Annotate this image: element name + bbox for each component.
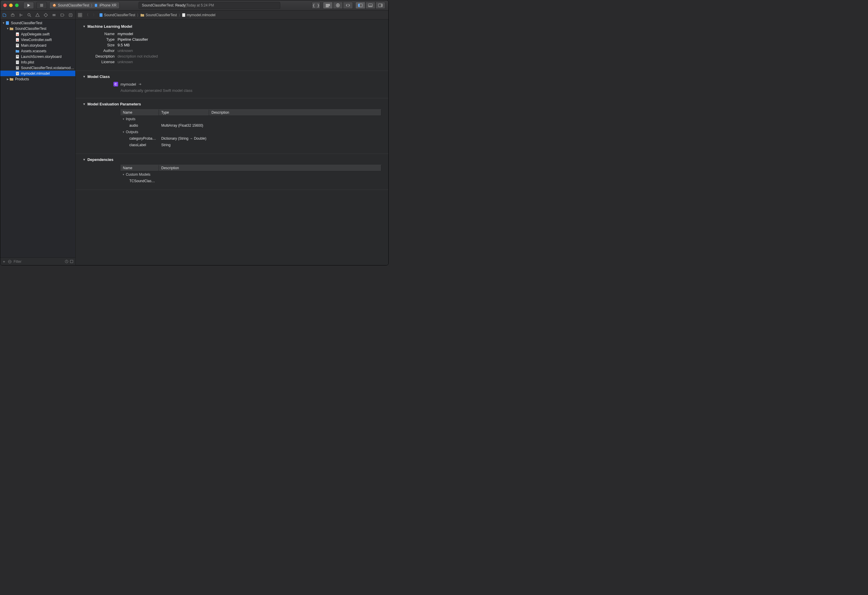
datamodel-file-icon — [15, 66, 20, 70]
history-back-button[interactable]: 〈 — [84, 12, 90, 18]
column-header[interactable]: Type — [159, 109, 209, 115]
breadcrumb-label: mymodel.mlmodel — [187, 13, 215, 17]
field-label: Author — [83, 49, 118, 53]
jump-to-definition-icon[interactable]: ➜ — [139, 82, 142, 86]
section-header[interactable]: ▼ Model Evaluation Parameters — [83, 102, 381, 106]
section-header[interactable]: ▼ Machine Learning Model — [83, 24, 381, 29]
tree-file[interactable]: SoundClassifierTest.xcdatamodeld — [0, 65, 75, 71]
disclosure-triangle-icon[interactable]: ▼ — [83, 102, 86, 106]
svg-rect-51 — [99, 13, 102, 17]
column-header[interactable]: Name — [121, 109, 159, 115]
tree-group[interactable]: ▼ SoundClassifierTest — [0, 26, 75, 31]
filter-input[interactable] — [13, 260, 63, 264]
run-button[interactable] — [23, 2, 34, 9]
history-forward-button[interactable]: 〉 — [92, 12, 97, 18]
tree-file[interactable]: ViewController.swift — [0, 37, 75, 43]
breadcrumb-label: SoundClassifierTest — [104, 13, 135, 17]
status-project: SoundClassifierTest: — [142, 3, 174, 7]
disclosure-triangle-icon[interactable]: ▼ — [6, 27, 9, 30]
svg-rect-2 — [95, 4, 97, 7]
window-zoom-button[interactable] — [15, 3, 19, 7]
scm-filter-icon[interactable] — [70, 260, 74, 263]
table-row[interactable]: audio MultiArray (Float32 15600) — [121, 122, 381, 129]
section-header[interactable]: ▼ Dependencies — [83, 157, 381, 162]
svg-rect-31 — [16, 44, 18, 46]
disclosure-triangle-icon[interactable]: ▼ — [122, 131, 125, 133]
column-header[interactable]: Description — [159, 165, 381, 171]
status-time: Today at 5:24 PM — [186, 3, 214, 7]
project-navigator-icon[interactable] — [2, 13, 7, 18]
disclosure-triangle-icon[interactable]: ▼ — [122, 173, 125, 176]
svg-rect-5 — [326, 6, 329, 7]
chevron-right-icon: ⟩ — [179, 13, 180, 17]
scheme-device-label: iPhone XR — [99, 3, 117, 7]
tree-file[interactable]: AppDelegate.swift — [0, 31, 75, 37]
field-label: Type — [83, 37, 118, 41]
window-close-button[interactable] — [3, 3, 7, 7]
column-header[interactable]: Description — [209, 109, 381, 115]
table-row[interactable]: TCSoundClassifi… — [121, 178, 381, 184]
toggle-navigator-button[interactable] — [355, 2, 365, 9]
activity-status[interactable]: SoundClassifierTest: Ready | Today at 5:… — [139, 2, 280, 9]
version-editor-button[interactable] — [343, 2, 353, 9]
tree-file-selected[interactable]: mymodel.mlmodel — [0, 71, 75, 76]
dependencies-table: Name Description ▼Custom Models TCSoundC… — [121, 165, 381, 184]
related-items-icon[interactable] — [78, 13, 82, 17]
breadcrumb[interactable]: SoundClassifierTest — [99, 13, 135, 17]
tree-root[interactable]: ▼ SoundClassifierTest — [0, 20, 75, 26]
section-header[interactable]: ▼ Model Class — [83, 74, 381, 79]
assistant-editor-button[interactable] — [333, 2, 343, 9]
disclosure-triangle-icon[interactable]: ▼ — [83, 158, 86, 161]
tree-label: AppDelegate.swift — [21, 32, 50, 36]
model-class-name[interactable]: mymodel — [121, 82, 136, 87]
section-eval-params: ▼ Model Evaluation Parameters Name Type … — [75, 98, 388, 154]
disclosure-triangle-icon[interactable]: ▶ — [6, 78, 9, 81]
navigator-filter-bar: ＋ — [0, 257, 75, 265]
table-row[interactable]: classLabel String — [121, 142, 381, 148]
breakpoint-navigator-icon[interactable] — [60, 13, 65, 18]
table-row[interactable]: categoryProbabil… Dictionary (String → D… — [121, 135, 381, 142]
stop-button[interactable] — [36, 2, 47, 9]
filter-scope-icon[interactable] — [8, 260, 12, 264]
tree-label: mymodel.mlmodel — [21, 71, 50, 75]
tree-label: ViewController.swift — [21, 38, 52, 42]
toggle-debug-area-button[interactable] — [365, 2, 375, 9]
tree-file[interactable]: Info.plist — [0, 59, 75, 65]
disclosure-triangle-icon[interactable]: ▼ — [83, 25, 86, 28]
column-header[interactable]: Name — [121, 165, 159, 171]
table-group-custom-models[interactable]: ▼Custom Models — [121, 171, 381, 178]
tree-products[interactable]: ▶ Products — [0, 76, 75, 82]
breadcrumb[interactable]: mymodel.mlmodel — [182, 13, 215, 17]
recent-filter-icon[interactable] — [65, 260, 68, 263]
issue-navigator-icon[interactable] — [35, 13, 40, 18]
add-button[interactable]: ＋ — [2, 259, 6, 264]
scheme-selector[interactable]: SoundClassifierTest ⟩ iPhone XR — [49, 2, 120, 9]
source-control-navigator-icon[interactable] — [10, 13, 15, 18]
disclosure-triangle-icon[interactable]: ▼ — [83, 75, 86, 78]
toggle-inspector-button[interactable] — [375, 2, 385, 9]
cell-name: TCSoundClassifi… — [121, 179, 159, 183]
table-group-inputs[interactable]: ▼Inputs — [121, 116, 381, 122]
test-navigator-icon[interactable] — [43, 13, 48, 18]
standard-editor-button[interactable] — [323, 2, 333, 9]
symbol-navigator-icon[interactable] — [19, 13, 23, 18]
tree-file[interactable]: Assets.xcassets — [0, 48, 75, 54]
debug-navigator-icon[interactable] — [52, 13, 56, 18]
tree-file[interactable]: LaunchScreen.storyboard — [0, 54, 75, 59]
field-value: Pipeline Classifier — [118, 37, 148, 41]
window-minimize-button[interactable] — [9, 3, 13, 7]
svg-rect-13 — [368, 6, 372, 7]
disclosure-triangle-icon[interactable]: ▼ — [2, 22, 5, 25]
disclosure-triangle-icon[interactable]: ▼ — [122, 118, 125, 121]
find-navigator-icon[interactable] — [27, 13, 32, 18]
svg-rect-47 — [78, 13, 80, 15]
svg-rect-24 — [53, 15, 56, 16]
class-badge-icon: C — [114, 82, 118, 87]
report-navigator-icon[interactable] — [68, 13, 73, 18]
table-group-outputs[interactable]: ▼Outputs — [121, 129, 381, 135]
breadcrumb[interactable]: SoundClassifierTest — [140, 13, 177, 17]
code-review-button[interactable]: { } — [311, 2, 320, 9]
svg-rect-35 — [16, 61, 18, 62]
jump-bar: 〈 〉 SoundClassifierTest ⟩ SoundClassifie… — [75, 10, 388, 19]
tree-file[interactable]: Main.storyboard — [0, 43, 75, 48]
